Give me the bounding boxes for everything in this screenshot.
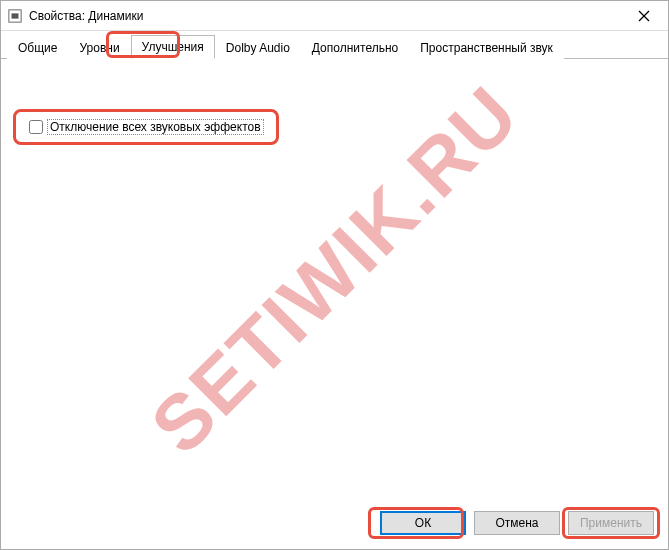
titlebar: Свойства: Динамики (1, 1, 668, 31)
tab-spatial[interactable]: Пространственный звук (409, 36, 564, 59)
disable-effects-row: Отключение всех звуковых эффектов (25, 117, 268, 137)
apply-button[interactable]: Применить (568, 511, 654, 535)
tab-levels[interactable]: Уровни (68, 36, 130, 59)
tab-advanced[interactable]: Дополнительно (301, 36, 409, 59)
window-title: Свойства: Динамики (29, 9, 624, 23)
cancel-button[interactable]: Отмена (474, 511, 560, 535)
svg-rect-1 (12, 13, 19, 18)
disable-effects-label[interactable]: Отключение всех звуковых эффектов (47, 119, 264, 135)
properties-window: Свойства: Динамики Общие Уровни Улучшени… (0, 0, 669, 550)
speaker-icon (7, 8, 23, 24)
disable-effects-checkbox[interactable] (29, 120, 43, 134)
tab-bar: Общие Уровни Улучшения Dolby Audio Допол… (1, 31, 668, 59)
tab-enhancements[interactable]: Улучшения (131, 35, 215, 59)
close-button[interactable] (624, 2, 664, 30)
ok-button[interactable]: ОК (380, 511, 466, 535)
dialog-buttons: ОК Отмена Применить (1, 499, 668, 549)
tab-dolby[interactable]: Dolby Audio (215, 36, 301, 59)
tab-general[interactable]: Общие (7, 36, 68, 59)
tab-content: SETIWIK.RU Отключение всех звуковых эффе… (1, 59, 668, 499)
